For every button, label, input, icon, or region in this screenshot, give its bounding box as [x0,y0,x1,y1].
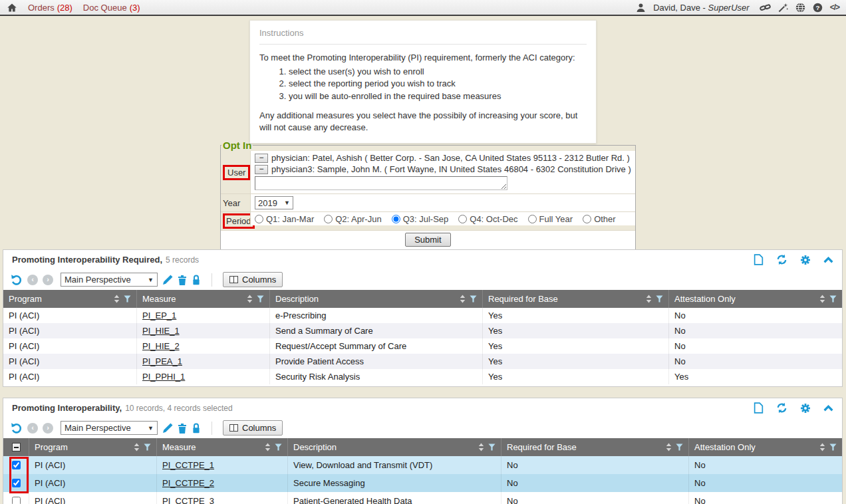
nav-orders[interactable]: Orders (28) [28,3,72,13]
filter-icon[interactable] [829,443,837,451]
sort-icon[interactable] [114,295,120,303]
undo-icon[interactable] [11,274,23,286]
columns-button[interactable]: Columns [223,420,283,436]
sort-icon[interactable] [460,295,466,303]
measure-link[interactable]: PI_HIE_1 [142,326,180,336]
column-header-measure[interactable]: Measure [136,290,269,308]
help-icon[interactable]: ? [813,3,823,13]
remove-user-button[interactable]: − [255,154,268,163]
table-row[interactable]: PI (ACI) PI_CCTPE_2 Secure Messaging No … [3,474,842,492]
filter-icon[interactable] [124,295,131,303]
globe-icon[interactable] [795,3,805,13]
column-header-required-for-base[interactable]: Required for Base [482,290,668,308]
filter-icon[interactable] [144,443,151,451]
new-record-icon[interactable] [754,254,764,265]
next-icon[interactable]: › [43,275,53,285]
period-option-q2[interactable]: Q2: Apr-Jun [324,214,381,224]
measure-link[interactable]: PI_HIE_2 [142,341,180,351]
sort-icon[interactable] [666,443,672,451]
refresh-icon[interactable] [776,402,787,414]
filter-icon[interactable] [470,295,477,303]
measure-link[interactable]: PI_CCTPE_3 [162,496,214,504]
measure-link[interactable]: PI_PPHI_1 [142,372,185,382]
radio-full-year[interactable] [528,215,537,223]
lock-icon[interactable] [192,275,201,285]
table-row[interactable]: PI (ACI) PI_PPHI_1 Security Risk Analysi… [3,369,842,384]
sort-icon[interactable] [819,443,825,451]
period-option-q4[interactable]: Q4: Oct-Dec [458,214,517,224]
edit-icon[interactable] [162,275,173,285]
select-all-checkbox[interactable] [3,438,29,456]
table-row[interactable]: PI (ACI) PI_HIE_2 Request/Accept Summary… [3,338,842,354]
wand-icon[interactable] [778,3,788,13]
undo-icon[interactable] [11,422,23,434]
refresh-icon[interactable] [776,254,787,265]
row-checkbox[interactable] [12,497,21,504]
submit-button[interactable]: Submit [405,233,450,247]
sort-icon[interactable] [819,295,825,303]
new-record-icon[interactable] [754,402,764,414]
radio-other[interactable] [583,215,591,223]
link-icon[interactable] [760,3,771,13]
indeterminate-checkbox-icon[interactable] [12,443,21,451]
previous-icon[interactable]: ‹ [27,423,38,434]
columns-button[interactable]: Columns [223,272,283,287]
remove-user-button[interactable]: − [255,165,268,174]
filter-icon[interactable] [656,295,663,303]
column-header-program[interactable]: Program [3,290,136,308]
sort-icon[interactable] [247,295,253,303]
lock-icon[interactable] [192,423,201,434]
filter-icon[interactable] [257,295,264,303]
table-row[interactable]: PI (ACI) PI_EP_1 e-Prescribing Yes No [3,308,842,323]
delete-icon[interactable] [178,423,187,434]
measure-link[interactable]: PI_EP_1 [142,311,176,320]
period-option-q3[interactable]: Q3: Jul-Sep [392,214,449,224]
period-option-q1[interactable]: Q1: Jan-Mar [255,214,314,224]
sort-icon[interactable] [134,443,140,451]
filter-icon[interactable] [829,295,837,303]
next-icon[interactable]: › [43,423,53,434]
delete-icon[interactable] [178,275,187,285]
period-option-full-year[interactable]: Full Year [528,214,573,224]
collapse-icon[interactable] [823,256,833,263]
filter-icon[interactable] [488,443,495,451]
row-checkbox[interactable] [12,461,21,469]
radio-q4[interactable] [458,215,467,223]
sort-icon[interactable] [646,295,652,303]
perspective-select[interactable]: Main Perspective ▼ [61,273,158,287]
logged-in-user[interactable]: David, Dave - SuperUser [653,3,750,13]
filter-icon[interactable] [275,443,282,451]
period-option-other[interactable]: Other [583,214,616,224]
filter-icon[interactable] [676,443,683,451]
table-row[interactable]: PI (ACI) PI_CCTPE_1 View, Download and T… [3,456,842,474]
column-header-attestation-only[interactable]: Attestation Only [668,290,842,308]
year-select[interactable]: 2019 ▼ [255,196,293,209]
radio-q1[interactable] [255,215,263,223]
nav-doc-queue[interactable]: Doc Queue (3) [83,3,140,13]
row-checkbox[interactable] [12,479,21,487]
edit-icon[interactable] [162,423,173,434]
column-header-description[interactable]: Description [269,290,482,308]
user-search-input[interactable] [255,176,507,190]
column-header-program[interactable]: Program [29,438,156,456]
column-header-attestation-only[interactable]: Attestation Only [688,438,842,456]
column-header-description[interactable]: Description [287,438,501,456]
sort-icon[interactable] [478,443,484,451]
home-icon[interactable] [7,3,17,13]
sort-icon[interactable] [265,443,271,451]
code-icon[interactable]: </> [830,3,839,12]
radio-q3[interactable] [392,215,400,223]
table-row[interactable]: PI (ACI) PI_PEA_1 Provide Patient Access… [3,354,842,369]
measure-link[interactable]: PI_CCTPE_1 [162,460,214,470]
column-header-required-for-base[interactable]: Required for Base [501,438,688,456]
radio-q2[interactable] [324,215,333,223]
settings-icon[interactable] [800,255,811,265]
previous-icon[interactable]: ‹ [27,275,38,285]
column-header-measure[interactable]: Measure [156,438,287,456]
perspective-select[interactable]: Main Perspective ▼ [61,421,158,435]
measure-link[interactable]: PI_CCTPE_2 [162,478,214,488]
settings-icon[interactable] [800,403,811,414]
collapse-icon[interactable] [823,404,833,412]
measure-link[interactable]: PI_PEA_1 [142,356,182,366]
table-row[interactable]: PI (ACI) PI_CCTPE_3 Patient-Generated He… [3,492,842,504]
